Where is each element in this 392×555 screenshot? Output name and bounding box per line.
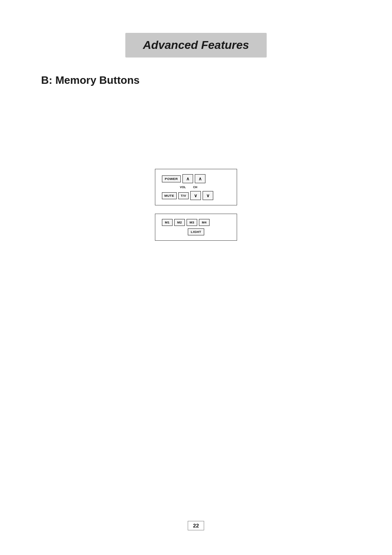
section-heading: B: Memory Buttons bbox=[41, 74, 351, 87]
page-container: Advanced Features B: Memory Buttons POWE… bbox=[0, 0, 392, 555]
m1-button[interactable]: M1 bbox=[162, 219, 173, 226]
vol-ch-labels: VOL CH bbox=[178, 186, 230, 189]
arrow-down-icon-2: ∨ bbox=[206, 193, 210, 198]
ch-up-button[interactable]: ∧ bbox=[195, 174, 205, 183]
arrow-up-icon-2: ∧ bbox=[198, 176, 202, 182]
memory-row-2: LIGHT bbox=[162, 228, 230, 235]
vol-down-button[interactable]: ∨ bbox=[190, 191, 201, 200]
arrow-down-icon: ∨ bbox=[194, 193, 197, 198]
remote-row-2: MUTE T/V ∨ ∨ bbox=[162, 191, 230, 200]
remote-panel-1: POWER ∧ ∧ VOL CH MUTE T/V ∨ ∨ bbox=[155, 169, 237, 205]
remote-row-1: POWER ∧ ∧ bbox=[162, 174, 230, 183]
light-button[interactable]: LIGHT bbox=[188, 228, 204, 235]
page-number: 22 bbox=[188, 521, 204, 530]
title-banner: Advanced Features bbox=[125, 33, 267, 58]
vol-up-button[interactable]: ∧ bbox=[182, 174, 193, 183]
mute-button[interactable]: MUTE bbox=[162, 192, 177, 199]
power-button[interactable]: POWER bbox=[162, 175, 181, 182]
vol-label: VOL bbox=[178, 186, 188, 189]
page-title: Advanced Features bbox=[143, 39, 249, 51]
memory-row-1: M1 M2 M3 M4 bbox=[162, 219, 230, 226]
ch-label: CH bbox=[190, 186, 201, 189]
arrow-up-icon: ∧ bbox=[186, 176, 189, 182]
m4-button[interactable]: M4 bbox=[199, 219, 210, 226]
remote-panel-2: M1 M2 M3 M4 LIGHT bbox=[155, 214, 237, 241]
tv-button[interactable]: T/V bbox=[178, 192, 189, 199]
remote-diagrams: POWER ∧ ∧ VOL CH MUTE T/V ∨ ∨ bbox=[41, 169, 351, 241]
m3-button[interactable]: M3 bbox=[187, 219, 197, 226]
ch-down-button[interactable]: ∨ bbox=[203, 191, 213, 200]
m2-button[interactable]: M2 bbox=[174, 219, 185, 226]
page-number-area: 22 bbox=[188, 521, 204, 530]
